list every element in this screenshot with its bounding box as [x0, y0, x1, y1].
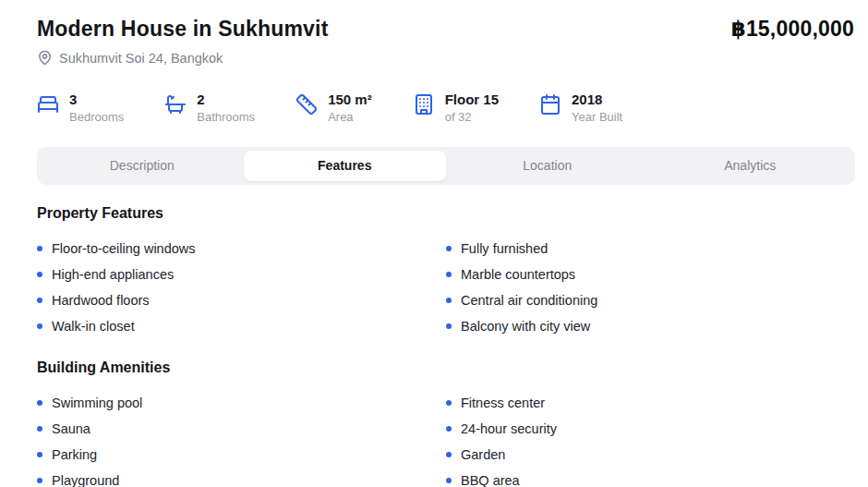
list-item: BBQ area	[446, 468, 855, 487]
feature-text: Garden	[461, 447, 505, 462]
bullet-dot	[446, 400, 452, 406]
list-item: High-end appliances	[37, 262, 446, 287]
bullet-dot	[37, 400, 42, 406]
feature-text: Fitness center	[461, 396, 545, 410]
stat-floor: Floor 15 of 32	[413, 91, 499, 124]
feature-text: Balcony with city view	[461, 319, 590, 334]
section-building-amenities: Building Amenities Swimming pool Sauna P…	[37, 359, 854, 487]
stat-value: 2018	[572, 91, 622, 108]
bullet-dot	[446, 323, 452, 329]
feature-text: Floor-to-ceiling windows	[52, 241, 196, 256]
stat-year-built: 2018 Year Built	[539, 91, 622, 124]
bullet-dot	[446, 272, 452, 277]
bullet-dot	[37, 323, 42, 329]
building-icon	[413, 91, 435, 116]
bullet-dot	[37, 246, 42, 251]
list-item: Fully furnished	[446, 236, 855, 262]
stat-label: Year Built	[572, 110, 622, 124]
list-item: Parking	[37, 442, 446, 468]
bullet-dot	[446, 246, 452, 251]
feature-text: Walk-in closet	[52, 319, 135, 334]
list-item: Central air conditioning	[446, 287, 855, 313]
feature-text: Sauna	[52, 421, 90, 436]
header: Modern House in Sukhumvit ฿15,000,000	[37, 17, 854, 42]
feature-text: Fully furnished	[461, 241, 548, 256]
bullet-dot	[446, 426, 452, 432]
stat-area: 150 m² Area	[295, 91, 372, 124]
list-item: Hardwood floors	[37, 287, 446, 313]
list-item: Swimming pool	[37, 390, 446, 416]
bullet-dot	[37, 272, 42, 277]
feature-text: 24-hour security	[461, 421, 557, 436]
stat-label: Bedrooms	[69, 110, 124, 124]
tab-analytics[interactable]: Analytics	[649, 151, 852, 181]
feature-text: Hardwood floors	[52, 293, 150, 308]
list-item: Sauna	[37, 416, 446, 442]
bathtub-icon	[164, 91, 187, 116]
bullet-dot	[446, 478, 452, 483]
tab-location[interactable]: Location	[446, 151, 649, 181]
list-item: Playground	[37, 468, 446, 487]
location-text: Sukhumvit Soi 24, Bangkok	[59, 51, 223, 66]
tab-bar: Description Features Location Analytics	[37, 147, 855, 185]
list-item: Balcony with city view	[446, 313, 855, 339]
feature-text: Marble countertops	[461, 267, 575, 282]
feature-text: Central air conditioning	[461, 293, 597, 308]
map-pin-icon	[37, 50, 53, 66]
features-grid: Floor-to-ceiling windows High-end applia…	[37, 236, 855, 339]
stat-label: of 32	[445, 110, 499, 124]
ruler-icon	[295, 91, 318, 116]
list-item: Walk-in closet	[37, 313, 446, 339]
stat-value: 2	[197, 91, 255, 108]
bullet-dot	[446, 298, 452, 303]
section-property-features: Property Features Floor-to-ceiling windo…	[37, 205, 854, 339]
list-item: Fitness center	[446, 390, 855, 416]
price-label: ฿15,000,000	[731, 17, 854, 42]
stat-value: Floor 15	[445, 91, 499, 108]
stat-label: Bathrooms	[197, 110, 255, 124]
tab-description[interactable]: Description	[41, 151, 244, 181]
section-heading: Property Features	[37, 205, 854, 222]
amenities-grid: Swimming pool Sauna Parking Playground F…	[37, 390, 855, 487]
list-item: Floor-to-ceiling windows	[37, 236, 446, 262]
stat-value: 150 m²	[328, 91, 372, 108]
stat-value: 3	[69, 91, 124, 108]
tab-features[interactable]: Features	[244, 151, 447, 181]
section-heading: Building Amenities	[37, 359, 854, 376]
bullet-dot	[37, 298, 42, 303]
bullet-dot	[37, 478, 42, 483]
bullet-dot	[446, 452, 452, 457]
list-item: 24-hour security	[446, 416, 855, 442]
list-item: Marble countertops	[446, 262, 855, 287]
stats-row: 3 Bedrooms 2 Bathrooms 150 m²	[37, 91, 854, 124]
feature-text: High-end appliances	[52, 267, 174, 282]
list-item: Garden	[446, 442, 855, 468]
calendar-icon	[539, 91, 561, 116]
bullet-dot	[37, 452, 42, 457]
stat-bedrooms: 3 Bedrooms	[37, 91, 124, 124]
feature-text: Parking	[52, 447, 97, 462]
stat-bathrooms: 2 Bathrooms	[164, 91, 255, 124]
property-detail-page: Modern House in Sukhumvit ฿15,000,000 Su…	[0, 0, 868, 487]
bullet-dot	[37, 426, 42, 432]
page-title: Modern House in Sukhumvit	[37, 17, 329, 42]
stat-label: Area	[328, 110, 372, 124]
feature-text: Swimming pool	[52, 396, 142, 410]
location-row: Sukhumvit Soi 24, Bangkok	[37, 50, 854, 66]
feature-text: Playground	[52, 473, 119, 487]
bed-icon	[37, 91, 59, 116]
feature-text: BBQ area	[461, 473, 520, 487]
